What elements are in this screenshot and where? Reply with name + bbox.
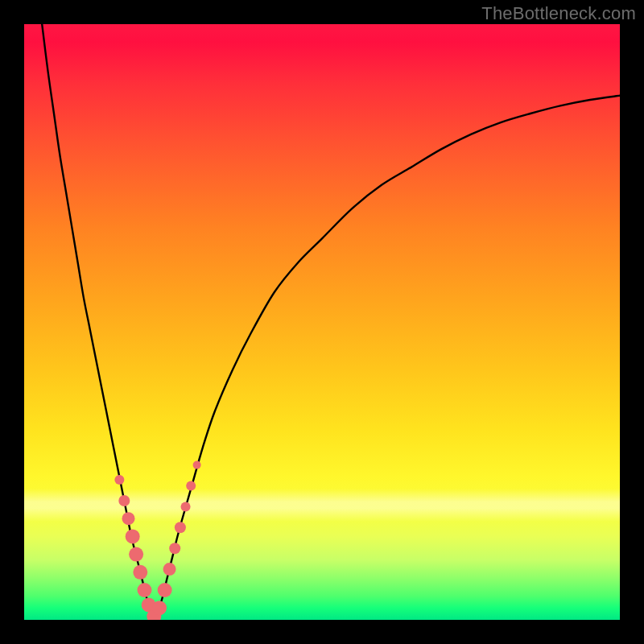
marker-dot	[129, 547, 143, 562]
plot-area	[24, 24, 620, 620]
marker-dot	[181, 502, 191, 511]
marker-dot	[193, 461, 201, 469]
marker-dot	[163, 563, 176, 576]
marker-dot	[118, 495, 130, 506]
marker-dot	[114, 475, 124, 485]
marker-dot	[175, 522, 186, 533]
marker-dot	[152, 601, 167, 615]
marker-dot	[137, 583, 151, 597]
marker-dot	[122, 512, 135, 525]
marker-dot	[169, 543, 180, 554]
right-branch-line	[154, 96, 620, 620]
marker-dot	[133, 565, 147, 580]
chart-frame: TheBottleneck.com	[0, 0, 644, 644]
marker-dot	[186, 481, 196, 491]
marker-dot	[158, 583, 172, 597]
marker-dot	[126, 529, 140, 543]
left-branch-line	[42, 24, 154, 620]
marker-group	[114, 461, 200, 620]
curve-layer	[24, 24, 620, 620]
watermark-text: TheBottleneck.com	[481, 3, 636, 24]
